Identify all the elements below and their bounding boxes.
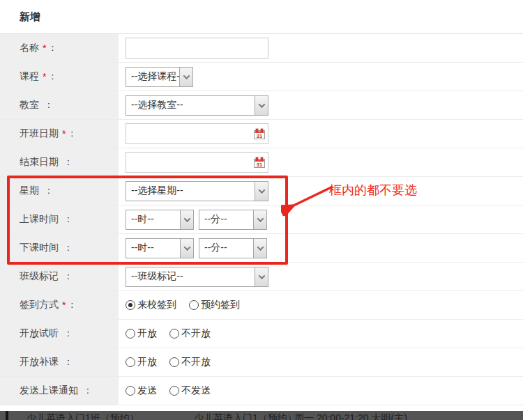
radio-unchecked-icon xyxy=(126,386,135,396)
table-row-border-mark xyxy=(6,411,8,420)
new-class-form-page: 新增 名称*： 课程*： --选择课程-- 教室： --选择教室-- xyxy=(0,0,523,420)
radio-option-makeup-open[interactable]: 开放 xyxy=(126,356,157,368)
label-colon: ： xyxy=(63,156,73,169)
label-colon: ： xyxy=(63,356,73,368)
label-colon: ： xyxy=(67,127,77,140)
required-asterisk: * xyxy=(62,128,66,139)
row-open-makeup: 开放补课： 开放 不开放 xyxy=(0,348,523,377)
course-select[interactable]: --选择课程-- xyxy=(126,67,193,87)
label-colon: ： xyxy=(63,213,73,226)
field-label: 名称 xyxy=(20,42,39,54)
calendar-icon[interactable]: 31 xyxy=(254,157,265,168)
row-end-date: 结束日期： 31 xyxy=(0,148,523,177)
radio-unchecked-icon xyxy=(169,357,179,367)
table-cell: 周一 20:00-21:20 大明(主) xyxy=(294,412,407,420)
field-label: 开放试听 xyxy=(20,327,59,340)
row-class-end-time: 下课时间： --时-- --分-- xyxy=(0,234,523,263)
calendar-icon[interactable]: 31 xyxy=(254,128,265,139)
svg-text:31: 31 xyxy=(257,133,262,139)
page-title: 新增 xyxy=(20,10,40,24)
row-name: 名称*： xyxy=(0,34,523,63)
label-colon: ： xyxy=(63,270,73,283)
radio-unchecked-icon xyxy=(169,329,179,339)
chevron-down-icon xyxy=(255,267,268,286)
row-class-start-time: 上课时间： --时-- --分-- xyxy=(0,205,523,234)
field-label: 上课时间 xyxy=(20,213,59,226)
classroom-select[interactable]: --选择教室-- xyxy=(126,95,268,116)
field-label: 星期 xyxy=(20,185,39,197)
svg-text:31: 31 xyxy=(257,162,262,168)
start-hour-select[interactable]: --时-- xyxy=(126,210,194,230)
name-input[interactable] xyxy=(126,38,268,59)
chevron-down-icon xyxy=(253,210,266,229)
field-label: 教室 xyxy=(20,99,39,111)
label-colon: ： xyxy=(44,99,54,111)
radio-unchecked-icon xyxy=(189,300,199,310)
row-weekday: 星期： --选择星期-- xyxy=(0,177,523,205)
label-colon: ： xyxy=(83,384,93,397)
end-hour-select[interactable]: --时-- xyxy=(126,238,194,258)
required-asterisk: * xyxy=(62,300,66,311)
row-signin-method: 签到方式*： 来校签到 预约签到 xyxy=(0,291,523,320)
table-cell: 少儿英语入门1（预约） xyxy=(194,412,297,420)
page-header: 新增 xyxy=(0,0,523,34)
radio-checked-icon xyxy=(126,300,135,310)
row-open-trial: 开放试听： 开放 不开放 xyxy=(0,320,523,348)
form: 名称*： 课程*： --选择课程-- 教室： --选择教室-- xyxy=(0,34,523,405)
label-colon: ： xyxy=(63,327,73,340)
radio-option-not-send[interactable]: 不发送 xyxy=(169,384,211,397)
week-select[interactable]: --选择星期-- xyxy=(126,181,268,201)
radio-option-trial-closed[interactable]: 不开放 xyxy=(169,327,211,340)
radio-option-appointment-signin[interactable]: 预约签到 xyxy=(189,299,240,311)
label-colon: ： xyxy=(44,185,54,197)
radio-option-send[interactable]: 发送 xyxy=(126,384,157,397)
start-date-input[interactable] xyxy=(126,123,268,144)
field-label: 下课时间 xyxy=(20,242,59,254)
chevron-down-icon xyxy=(180,210,193,229)
field-label: 签到方式 xyxy=(20,299,59,311)
field-label: 课程 xyxy=(20,70,39,83)
row-send-notice: 发送上课通知： 发送 不发送 xyxy=(0,377,523,405)
chevron-down-icon xyxy=(179,68,192,86)
chevron-down-icon xyxy=(180,239,193,258)
row-classroom: 教室： --选择教室-- xyxy=(0,91,523,120)
class-tag-select[interactable]: --班级标记-- xyxy=(126,267,268,287)
end-date-input[interactable] xyxy=(126,152,268,173)
field-label: 班级标记 xyxy=(20,270,59,283)
start-minute-select[interactable]: --分-- xyxy=(199,210,267,230)
label-colon: ： xyxy=(63,242,73,254)
field-label: 开放补课 xyxy=(20,356,59,368)
row-course: 课程*： --选择课程-- xyxy=(0,63,523,91)
chevron-down-icon xyxy=(253,239,266,258)
chevron-down-icon xyxy=(255,182,268,201)
radio-unchecked-icon xyxy=(169,386,179,396)
row-class-tag: 班级标记： --班级标记-- xyxy=(0,263,523,291)
radio-unchecked-icon xyxy=(126,357,135,367)
label-colon: ： xyxy=(67,299,77,311)
label-colon: ： xyxy=(47,70,57,83)
required-asterisk: * xyxy=(43,71,46,82)
required-asterisk: * xyxy=(43,42,46,54)
label-colon: ： xyxy=(47,42,57,54)
background-table-row: 少儿英语入门1班（预约） 少儿英语入门1（预约） 周一 20:00-21:20 … xyxy=(0,411,523,420)
field-label: 开班日期 xyxy=(20,127,59,140)
chevron-down-icon xyxy=(255,96,268,115)
radio-option-trial-open[interactable]: 开放 xyxy=(126,327,157,340)
row-start-date: 开班日期*： 31 xyxy=(0,120,523,148)
table-cell: 少儿英语入门1班（预约） xyxy=(26,412,139,420)
radio-option-makeup-closed[interactable]: 不开放 xyxy=(169,356,211,368)
end-minute-select[interactable]: --分-- xyxy=(199,238,267,258)
field-label: 结束日期 xyxy=(20,156,59,169)
field-label: 发送上课通知 xyxy=(20,384,78,397)
radio-option-school-signin[interactable]: 来校签到 xyxy=(126,299,176,311)
radio-unchecked-icon xyxy=(126,329,135,339)
